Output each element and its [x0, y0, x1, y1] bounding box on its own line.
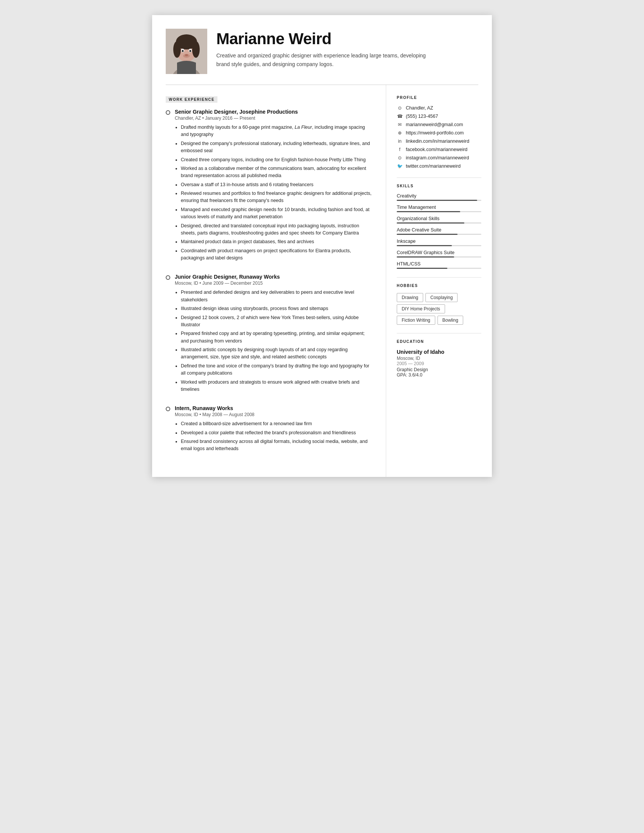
- skills-divider: [397, 277, 481, 278]
- email-icon: ✉: [397, 122, 403, 128]
- job-meta: Chandler, AZ • January 2016 — Present: [175, 116, 374, 121]
- skill-bar-background: [397, 268, 481, 269]
- skill-item: Time Management: [397, 205, 481, 212]
- skill-bar-fill: [397, 256, 454, 257]
- profile-divider: [397, 177, 481, 178]
- profile-item-instagram: ⊙instagram.com/marianneweird: [397, 155, 481, 161]
- hobby-tag: Cosplaying: [426, 293, 458, 302]
- instagram-icon: ⊙: [397, 155, 403, 161]
- job-item: Intern, Runaway WorksMoscow, ID • May 20…: [166, 405, 374, 454]
- profile-item-linkedin: inlinkedin.com/in/marianneweird: [397, 138, 481, 144]
- profile-container: ⊙Chandler, AZ☎(555) 123-4567✉mariannewei…: [397, 105, 481, 169]
- job-bullet: Created a billboard-size advertisement f…: [181, 420, 374, 428]
- hobby-tag: Fiction Writing: [397, 316, 435, 325]
- svg-point-9: [182, 50, 184, 52]
- edu-years: 2005 — 2009: [397, 361, 481, 366]
- job-bullet: Defined the tone and voice of the compan…: [181, 362, 374, 377]
- job-bullet: Illustrated design ideas using storyboar…: [181, 305, 374, 312]
- work-experience-label: Work Experience: [166, 96, 217, 103]
- skill-name: HTML/CSS: [397, 261, 481, 267]
- job-bullet: Developed a color palette that reflected…: [181, 429, 374, 436]
- edu-field: Graphic Design: [397, 367, 481, 372]
- skill-item: CorelDRAW Graphics Suite: [397, 250, 481, 257]
- hobbies-divider: [397, 333, 481, 333]
- profile-value-facebook: facebook.com/marianneweird: [406, 147, 467, 152]
- job-bullet: Worked with producers and strategists to…: [181, 379, 374, 394]
- profile-item-website: ⊕https://mweird-portfolio.com: [397, 130, 481, 136]
- profile-section: Profile ⊙Chandler, AZ☎(555) 123-4567✉mar…: [397, 95, 481, 169]
- skill-bar-fill: [397, 211, 460, 212]
- profile-item-facebook: ffacebook.com/marianneweird: [397, 146, 481, 153]
- skill-bar-background: [397, 245, 481, 246]
- skill-item: HTML/CSS: [397, 261, 481, 269]
- hobbies-label: Hobbies: [397, 284, 481, 288]
- skill-item: Creativity: [397, 193, 481, 201]
- job-circle-icon: [166, 110, 170, 115]
- skill-item: Organizational Skills: [397, 216, 481, 224]
- skill-bar-background: [397, 200, 481, 201]
- skill-bar-fill: [397, 200, 477, 201]
- profile-value-twitter: twitter.com/marianneweird: [406, 164, 461, 169]
- job-bullet: Ensured brand consistency across all dig…: [181, 438, 374, 453]
- profile-value-phone: (555) 123-4567: [406, 114, 438, 119]
- profile-value-linkedin: linkedin.com/in/marianneweird: [406, 138, 469, 144]
- twitter-icon: 🐦: [397, 163, 403, 169]
- job-bullet: Presented and defended designs and key d…: [181, 289, 374, 304]
- avatar: [166, 29, 207, 74]
- job-bullet: Illustrated artistic concepts by designi…: [181, 346, 374, 361]
- candidate-tagline: Creative and organized graphic designer …: [216, 51, 428, 68]
- job-bullets: Created a billboard-size advertisement f…: [175, 420, 374, 453]
- header-text: Marianne Weird Creative and organized gr…: [216, 29, 474, 68]
- skill-name: CorelDRAW Graphics Suite: [397, 250, 481, 255]
- skill-name: Adobe Creative Suite: [397, 227, 481, 233]
- job-content: Intern, Runaway WorksMoscow, ID • May 20…: [175, 405, 374, 454]
- skill-name: Time Management: [397, 205, 481, 210]
- profile-item-phone: ☎(555) 123-4567: [397, 113, 481, 119]
- job-bullet: Managed and executed graphic design need…: [181, 206, 374, 221]
- hobbies-section: Hobbies DrawingCosplayingDIY Home Projec…: [397, 284, 481, 325]
- edu-school: University of Idaho: [397, 349, 481, 355]
- candidate-name: Marianne Weird: [216, 30, 474, 48]
- skill-bar-fill: [397, 268, 447, 269]
- header: Marianne Weird Creative and organized gr…: [152, 15, 492, 85]
- facebook-icon: f: [397, 146, 403, 153]
- profile-value-email: marianneweird@gmail.com: [406, 122, 463, 127]
- profile-value-instagram: instagram.com/marianneweird: [406, 155, 469, 161]
- skill-bar-fill: [397, 222, 464, 224]
- job-bullet: Reviewed resumes and portfolios to find …: [181, 190, 374, 205]
- job-bullet: Maintained product data in project datab…: [181, 238, 374, 246]
- skill-name: Inkscape: [397, 239, 481, 244]
- profile-item-email: ✉marianneweird@gmail.com: [397, 122, 481, 128]
- job-title: Senior Graphic Designer, Josephine Produ…: [175, 109, 374, 115]
- skill-bar-background: [397, 222, 481, 224]
- job-title: Intern, Runaway Works: [175, 405, 374, 411]
- jobs-container: Senior Graphic Designer, Josephine Produ…: [166, 109, 374, 454]
- job-bullet: Designed 12 book covers, 2 of which were…: [181, 314, 374, 329]
- skill-name: Creativity: [397, 193, 481, 199]
- profile-item-twitter: 🐦twitter.com/marianneweird: [397, 163, 481, 169]
- job-content: Junior Graphic Designer, Runaway WorksMo…: [175, 274, 374, 395]
- skill-bar-background: [397, 211, 481, 212]
- skill-item: Adobe Creative Suite: [397, 227, 481, 235]
- hobby-tag: Drawing: [397, 293, 423, 302]
- job-title: Junior Graphic Designer, Runaway Works: [175, 274, 374, 280]
- profile-label: Profile: [397, 95, 481, 100]
- hobby-tag: DIY Home Projects: [397, 304, 445, 314]
- job-bullet: Oversaw a staff of 13 in-house artists a…: [181, 181, 374, 188]
- skills-section: Skills CreativityTime ManagementOrganiza…: [397, 184, 481, 269]
- left-column: Work Experience Senior Graphic Designer,…: [152, 85, 386, 477]
- job-bullet: Coordinated with product managers on pro…: [181, 247, 374, 262]
- job-content: Senior Graphic Designer, Josephine Produ…: [175, 109, 374, 263]
- job-circle-icon: [166, 275, 170, 280]
- education-section: Education University of Idaho Moscow, ID…: [397, 339, 481, 378]
- profile-value-website: https://mweird-portfolio.com: [406, 130, 464, 135]
- job-item: Junior Graphic Designer, Runaway WorksMo…: [166, 274, 374, 395]
- job-bullet: Worked as a collaborative member of the …: [181, 165, 374, 180]
- svg-point-12: [185, 54, 188, 56]
- svg-point-5: [173, 41, 181, 58]
- svg-point-6: [192, 41, 200, 58]
- job-meta: Moscow, ID • June 2009 — December 2015: [175, 281, 374, 286]
- job-circle-icon: [166, 407, 170, 411]
- location-icon: ⊙: [397, 105, 403, 111]
- job-bullet: Designed the company's professional stat…: [181, 140, 374, 155]
